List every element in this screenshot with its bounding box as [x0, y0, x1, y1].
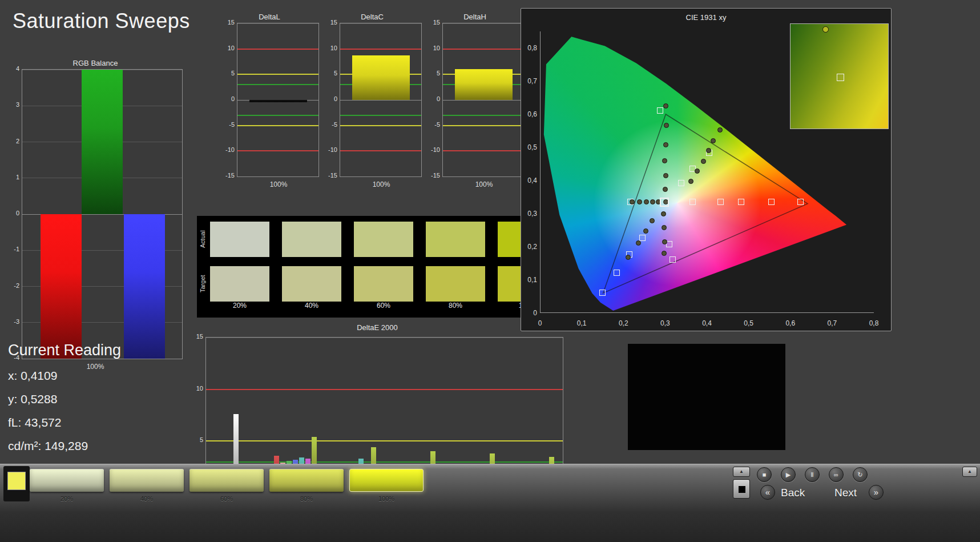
gridline	[237, 23, 318, 24]
y-tick-label: 1	[3, 174, 19, 180]
measured-point	[643, 228, 648, 234]
target-square	[678, 180, 684, 186]
reference-line	[237, 150, 318, 151]
x-tick-label: 0,1	[573, 319, 590, 327]
measured-point	[663, 103, 668, 109]
target-square	[717, 199, 724, 205]
reference-line	[237, 125, 318, 126]
y-tick-label: 10	[424, 45, 440, 51]
taskbar-swatch-20%[interactable]	[30, 469, 104, 492]
chevron-up-button-right[interactable]: ▲	[962, 467, 977, 477]
chart-title: DeltaE 2000	[188, 323, 566, 332]
y-tick-label: 0,6	[522, 110, 537, 118]
current-point	[660, 198, 669, 207]
measurement-bar	[249, 100, 307, 102]
chevron-up-button[interactable]: ▲	[733, 467, 750, 477]
stop-icon[interactable]: ■	[757, 467, 772, 482]
y-tick-label: -15	[321, 172, 337, 179]
next-chevron-icon[interactable]: »	[869, 485, 884, 500]
chart-title: CIE 1931 xy	[521, 13, 891, 22]
measured-point	[688, 179, 693, 184]
pause-icon[interactable]: Ⅱ	[805, 467, 820, 482]
y-tick-label: 5	[219, 70, 235, 77]
calibration-app-window: { "window": { "title": "Saturation Sweep…	[0, 0, 980, 542]
measured-point	[644, 199, 649, 204]
reference-line	[443, 115, 524, 116]
back-button[interactable]: Back	[781, 487, 805, 499]
column-label: 60%	[354, 302, 413, 310]
target-square	[639, 235, 646, 241]
reference-line	[237, 74, 318, 75]
delta-h-chart: DeltaH 100% 151050-5-10-15	[424, 13, 526, 195]
target-swatch	[282, 266, 341, 302]
delta-c-plot	[340, 23, 422, 177]
taskbar-swatch-80%[interactable]	[269, 469, 344, 492]
refresh-icon[interactable]: ↻	[853, 467, 868, 482]
measurement-bar	[352, 55, 410, 100]
reading-cdm2: cd/m²: 149,289	[8, 439, 88, 453]
measured-point	[717, 127, 723, 133]
next-button[interactable]: Next	[834, 487, 857, 499]
reference-line	[206, 461, 563, 463]
measure-button[interactable]	[733, 479, 750, 499]
taskbar-swatch-label: 100%	[349, 495, 424, 502]
y-tick-label: 15	[187, 333, 203, 340]
gridline	[443, 23, 524, 24]
play-icon[interactable]: ▶	[781, 467, 796, 482]
target-swatch	[210, 266, 269, 302]
gridline	[340, 23, 421, 24]
y-tick-label: 10	[187, 385, 203, 392]
x-axis-label: 100%	[340, 180, 423, 188]
measured-point	[661, 211, 666, 216]
measured-point	[662, 225, 667, 230]
gridline	[237, 176, 318, 177]
row-label-target: Target	[199, 266, 207, 302]
y-tick-label: 5	[187, 436, 203, 443]
target-swatch	[354, 266, 413, 302]
taskbar-swatch-60%[interactable]	[189, 469, 264, 492]
next-chevron-glyph: »	[874, 487, 878, 497]
target-square	[797, 199, 804, 205]
inset-target-square	[837, 74, 844, 81]
measured-point	[662, 239, 667, 244]
chevron-up-icon: ▲	[967, 469, 972, 474]
taskbar-swatch-40%[interactable]	[110, 469, 184, 492]
gridline	[340, 176, 421, 177]
rgb-balance-plot	[22, 69, 183, 359]
cie-zoom-inset	[790, 23, 889, 129]
inset-measured-point	[822, 26, 829, 33]
back-chevron-icon[interactable]: «	[760, 485, 775, 500]
delta-c-chart: DeltaC 100% 151050-5-10-15	[321, 13, 423, 195]
taskbar-swatch-label: 60%	[189, 495, 264, 502]
y-tick-label: 0,4	[522, 176, 537, 184]
reading-x: x: 0,4109	[8, 369, 57, 383]
cie-diagram-panel: CIE 1931 xy 00,10,20,30,40,50,60,70,800,…	[521, 8, 892, 331]
stop-square-icon	[739, 486, 745, 493]
reference-line	[237, 49, 318, 50]
target-square	[689, 199, 696, 205]
measured-point	[663, 142, 668, 147]
bar-blue	[124, 214, 165, 359]
measured-point	[662, 251, 667, 256]
target-square	[657, 107, 663, 114]
y-tick-label: -10	[219, 146, 235, 153]
y-tick-label: 0	[321, 95, 337, 102]
bar-green	[82, 70, 123, 214]
x-tick-label: 0,8	[865, 319, 882, 327]
y-tick-label: 0,3	[522, 210, 537, 218]
column-label: 40%	[282, 302, 341, 310]
reference-line	[206, 389, 563, 390]
reference-line	[206, 440, 563, 441]
x-tick-label: 0,6	[782, 319, 799, 327]
y-tick-label: 0	[3, 210, 19, 216]
row-label-actual: Actual	[199, 222, 207, 257]
reference-line	[443, 150, 524, 151]
loop-icon[interactable]: ∞	[829, 467, 844, 482]
measured-point	[637, 199, 642, 204]
delta-l-chart: DeltaL 100% 151050-5-10-15	[219, 13, 320, 195]
y-tick-label: -3	[3, 318, 19, 325]
taskbar-swatch-100%[interactable]	[349, 469, 424, 492]
y-tick-label: -10	[424, 146, 440, 153]
target-square	[670, 256, 676, 263]
target-square	[599, 290, 606, 296]
